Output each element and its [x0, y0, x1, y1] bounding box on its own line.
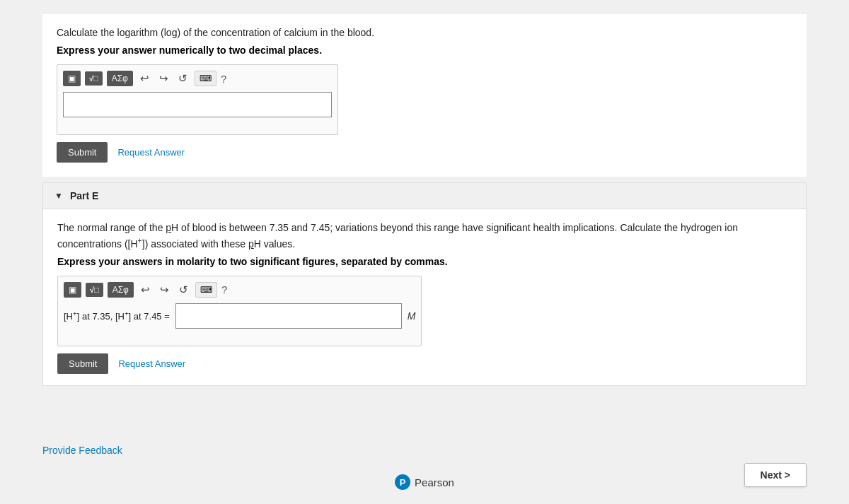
redo-btn-parte[interactable]: ↪	[157, 282, 172, 298]
question-text-line1: Calculate the logarithm (log) of the con…	[57, 25, 792, 40]
asf-btn-parte[interactable]: ΑΣφ	[108, 282, 134, 298]
provide-feedback-btn[interactable]: Provide Feedback	[42, 445, 122, 456]
matrix-btn-top[interactable]: ▣	[63, 71, 81, 86]
math-toolbar-parte: ▣ √□ ΑΣφ ↩ ↪ ↺	[57, 276, 422, 346]
redo-btn-top[interactable]: ↪	[156, 71, 171, 86]
action-row-top: Submit Request Answer	[57, 142, 792, 163]
undo-icon-top: ↩	[140, 72, 149, 84]
request-answer-btn-parte[interactable]: Request Answer	[118, 358, 185, 369]
matrix-icon-parte: ▣	[69, 285, 76, 295]
math-toolbar-top: ▣ √□ ΑΣφ ↩ ↪ ↺ ⌨	[57, 64, 338, 135]
sqrt-btn-parte[interactable]: √□	[86, 283, 103, 297]
top-question-section: Calculate the logarithm (log) of the con…	[42, 14, 807, 177]
action-row-parte: Submit Request Answer	[57, 353, 792, 374]
asf-label-top: ΑΣφ	[112, 74, 128, 83]
matrix-btn-parte[interactable]: ▣	[64, 282, 81, 298]
request-answer-btn-top[interactable]: Request Answer	[117, 147, 185, 158]
sqrt-label-top: √□	[89, 74, 98, 83]
unit-label-parte: M	[408, 310, 416, 322]
answer-input-top[interactable]	[63, 92, 332, 117]
undo-btn-top[interactable]: ↩	[137, 71, 152, 86]
sqrt-label-parte: √□	[90, 286, 99, 294]
page-container: Calculate the logarithm (log) of the con…	[0, 0, 849, 504]
keyboard-icon-parte: ⌨	[200, 285, 212, 295]
input-row-parte: [H+] at 7.35, [H+] at 7.45 = M	[64, 303, 415, 329]
undo-icon-parte: ↩	[141, 283, 150, 295]
next-button[interactable]: Next >	[744, 463, 807, 487]
refresh-icon-top: ↺	[178, 72, 187, 84]
toolbar-parte: ▣ √□ ΑΣφ ↩ ↪ ↺	[64, 282, 415, 298]
keyboard-icon-top: ⌨	[200, 74, 212, 83]
part-e-instruction: Express your answers in molarity to two …	[57, 256, 792, 267]
part-e-body: The normal range of the pH of blood is b…	[43, 209, 806, 385]
refresh-btn-parte[interactable]: ↺	[176, 282, 191, 298]
pearson-footer: P Pearson	[395, 474, 454, 490]
part-e-header[interactable]: ▼ Part E	[43, 183, 806, 209]
refresh-btn-top[interactable]: ↺	[175, 71, 190, 86]
help-icon-top: ?	[221, 73, 226, 85]
help-icon-parte: ?	[221, 283, 227, 295]
answer-input-parte[interactable]	[175, 303, 402, 329]
undo-btn-parte[interactable]: ↩	[138, 282, 153, 298]
redo-icon-parte: ↪	[160, 283, 169, 295]
part-e-section: ▼ Part E The normal range of the pH of b…	[42, 182, 807, 386]
part-e-desc-text1: The normal range of the pH of blood is b…	[57, 222, 738, 250]
collapse-arrow-icon: ▼	[54, 191, 63, 201]
matrix-icon-top: ▣	[68, 74, 76, 83]
refresh-icon-parte: ↺	[179, 283, 188, 295]
asf-btn-top[interactable]: ΑΣφ	[107, 71, 133, 86]
pearson-logo-icon: P	[395, 474, 410, 490]
keyboard-btn-parte[interactable]: ⌨	[195, 282, 217, 298]
keyboard-btn-top[interactable]: ⌨	[195, 71, 216, 86]
input-label-parte: [H+] at 7.35, [H+] at 7.45 =	[64, 310, 170, 322]
submit-btn-parte[interactable]: Submit	[57, 353, 108, 374]
bold-instruction: Express your answer numerically to two d…	[57, 45, 792, 56]
part-e-label: Part E	[70, 190, 98, 201]
asf-label-parte: ΑΣφ	[112, 285, 129, 295]
submit-btn-top[interactable]: Submit	[57, 142, 108, 163]
toolbar-top: ▣ √□ ΑΣφ ↩ ↪ ↺ ⌨	[63, 71, 332, 86]
redo-icon-top: ↪	[159, 72, 168, 84]
part-e-description: The normal range of the pH of blood is b…	[57, 221, 792, 252]
pearson-name: Pearson	[415, 476, 454, 488]
sqrt-btn-top[interactable]: √□	[85, 71, 103, 86]
